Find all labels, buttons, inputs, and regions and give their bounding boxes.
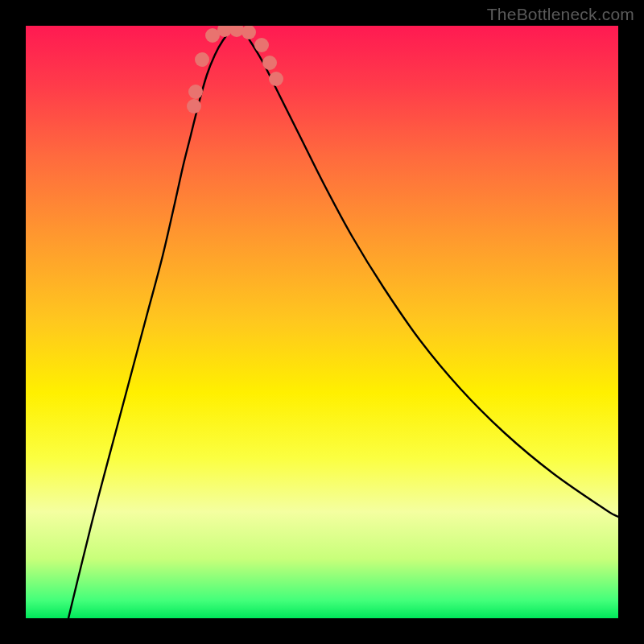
trough-marker: [195, 52, 209, 67]
bottleneck-curve: [68, 27, 618, 618]
chart-frame: TheBottleneck.com: [0, 0, 644, 644]
trough-markers: [187, 26, 283, 114]
plot-area: [26, 26, 618, 618]
trough-marker: [254, 38, 269, 52]
curve-svg: [26, 26, 618, 618]
trough-marker: [242, 26, 256, 39]
trough-marker: [188, 85, 203, 99]
trough-marker: [262, 56, 277, 70]
trough-marker: [269, 72, 283, 86]
watermark-label: TheBottleneck.com: [487, 5, 634, 24]
trough-marker: [187, 99, 201, 114]
